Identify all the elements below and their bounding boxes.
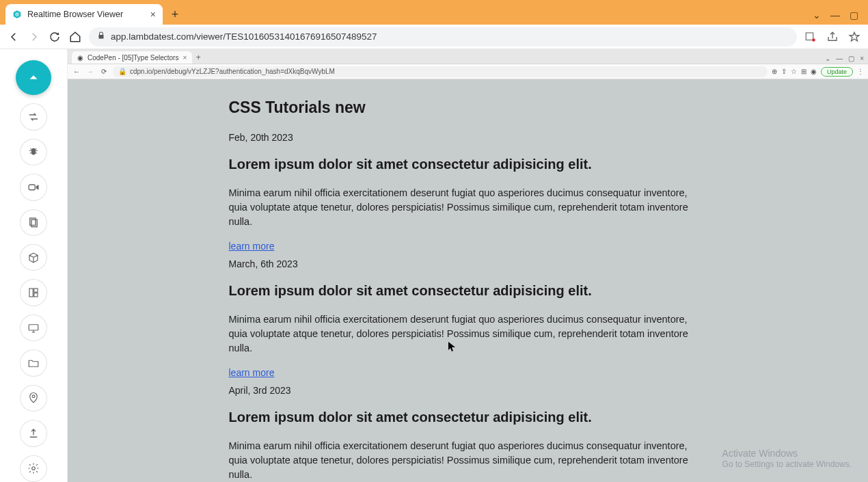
share-icon[interactable]: ⇪ [781,68,787,75]
folder-icon[interactable] [20,349,47,376]
svg-rect-5 [29,289,33,297]
article-heading: Lorem ipsum dolor sit amet consectetur a… [229,410,707,425]
inner-tabstrip: ◉ CodePen - [05]Type Selectors × + ⌄ — ▢… [68,49,868,64]
lock-icon [97,31,105,42]
share-icon[interactable] [826,30,839,44]
article-heading: Lorem ipsum dolor sit amet consectetur a… [229,283,707,299]
inner-url-text: cdpn.io/pen/debug/vYzLZJE?authentication… [130,68,335,75]
lambdatest-favicon-icon [12,10,22,19]
windows-activation-watermark: Activate Windows Go to Settings to activ… [722,448,852,470]
article-date: March, 6th 2023 [229,258,707,269]
extensions-icon[interactable]: ⊞ [801,68,806,75]
copy-icon[interactable] [20,209,47,236]
box-icon[interactable] [20,244,47,271]
outer-tabstrip: Realtime Browser Viewer × + ⌄ — ▢ [0,0,868,25]
forward-icon[interactable]: → [85,68,95,75]
side-rail [0,49,67,482]
inner-address-bar[interactable]: 🔒 cdpn.io/pen/debug/vYzLZJE?authenticati… [113,66,768,77]
outer-url-text: app.lambdatest.com/viewer/TES10160531401… [111,31,377,42]
svg-rect-8 [29,324,38,330]
star-icon[interactable]: ☆ [791,68,797,75]
back-icon[interactable] [7,30,21,44]
new-tab-button[interactable]: + [165,5,185,24]
outer-tab-title: Realtime Browser Viewer [27,10,123,19]
article-date: April, 3rd 2023 [229,385,707,396]
outer-tab-active[interactable]: Realtime Browser Viewer × [5,4,163,25]
article-body: Minima earum nihil officia exercitatione… [229,312,707,356]
gear-icon[interactable] [20,455,47,482]
article-date: Feb, 20th 2023 [229,132,707,143]
bug-icon[interactable] [20,139,47,165]
star-icon[interactable] [847,30,861,44]
svg-rect-6 [34,289,38,292]
article-body: Minima earum nihil officia exercitatione… [229,439,707,482]
inner-tab-active[interactable]: ◉ CodePen - [05]Type Selectors × [72,51,192,64]
close-icon[interactable]: × [150,9,156,20]
article: April, 3rd 2023Lorem ipsum dolor sit ame… [229,385,707,482]
layout-icon[interactable] [20,279,47,306]
page-title: CSS Tutorials new [229,98,707,117]
maximize-icon[interactable]: ▢ [848,55,854,62]
chevron-down-icon[interactable]: ⌄ [813,10,821,21]
inner-window-controls: ⌄ — ▢ × [825,55,868,64]
collapse-fab[interactable] [16,60,51,95]
close-icon[interactable]: × [182,54,187,62]
svg-point-9 [32,395,35,398]
reload-icon[interactable] [48,30,62,44]
profile-icon[interactable]: ◉ [811,68,817,75]
location-icon[interactable] [20,385,47,412]
swap-icon[interactable] [20,103,47,130]
outer-window-controls: ⌄ — ▢ [813,10,868,25]
svg-rect-7 [34,293,38,297]
back-icon[interactable]: ← [72,68,81,75]
zoom-icon[interactable]: ⊕ [772,68,777,75]
inner-tab-title: CodePen - [05]Type Selectors [87,54,178,62]
minimize-icon[interactable]: — [836,55,843,62]
svg-point-1 [812,38,815,42]
outer-toolbar: app.lambdatest.com/viewer/TES10160531401… [0,25,868,49]
maximize-icon[interactable]: ▢ [850,10,858,21]
article-body: Minima earum nihil officia exercitatione… [229,186,707,229]
outer-address-bar[interactable]: app.lambdatest.com/viewer/TES10160531401… [89,27,797,46]
svg-point-10 [32,467,36,470]
inner-toolbar: ← → ⟳ 🔒 cdpn.io/pen/debug/vYzLZJE?authen… [68,64,868,79]
inner-new-tab-button[interactable]: + [192,51,204,64]
menu-icon[interactable]: ⋮ [857,68,864,75]
update-button[interactable]: Update [821,67,853,77]
translate-icon[interactable] [804,30,817,44]
lock-icon: 🔒 [118,68,126,75]
codepen-favicon-icon: ◉ [77,54,83,62]
minimize-icon[interactable]: — [830,10,840,21]
article-heading: Lorem ipsum dolor sit amet consectetur a… [229,157,707,172]
video-icon[interactable] [20,174,47,200]
article: Feb, 20th 2023Lorem ipsum dolor sit amet… [229,132,707,253]
content-page: CSS Tutorials newFeb, 20th 2023Lorem ips… [68,79,868,482]
monitor-icon[interactable] [20,314,47,341]
article: March, 6th 2023Lorem ipsum dolor sit ame… [229,258,707,379]
svg-rect-0 [806,33,813,40]
close-icon[interactable]: × [860,55,864,62]
chevron-down-icon[interactable]: ⌄ [825,55,830,62]
forward-icon[interactable] [27,30,41,44]
home-icon[interactable] [68,30,82,44]
learn-more-link[interactable]: learn more [229,241,275,252]
reload-icon[interactable]: ⟳ [99,68,109,75]
upload-icon[interactable] [20,420,47,446]
svg-rect-2 [29,185,35,190]
learn-more-link[interactable]: learn more [229,367,275,378]
